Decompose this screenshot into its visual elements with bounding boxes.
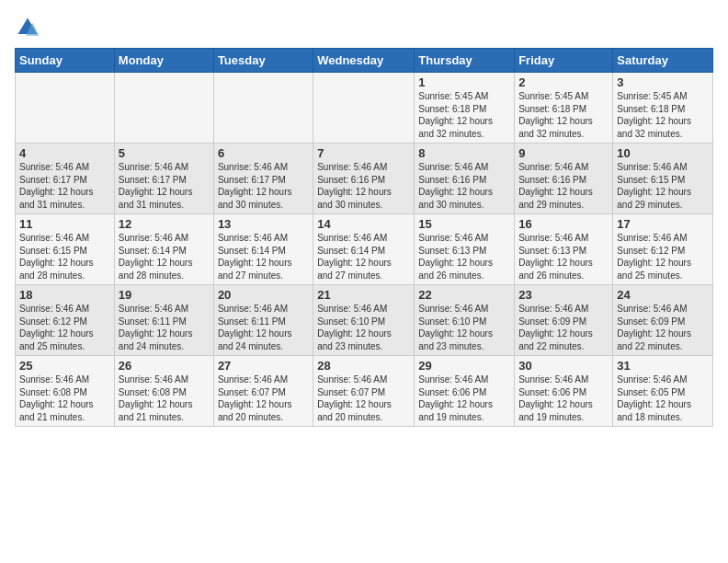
header (15, 15, 713, 40)
calendar-cell: 14Sunrise: 5:46 AM Sunset: 6:14 PM Dayli… (313, 214, 415, 285)
calendar-cell: 10Sunrise: 5:46 AM Sunset: 6:15 PM Dayli… (613, 144, 713, 214)
day-header-saturday: Saturday (613, 49, 713, 73)
day-info: Sunrise: 5:45 AM Sunset: 6:18 PM Dayligh… (518, 90, 609, 140)
calendar-cell: 17Sunrise: 5:46 AM Sunset: 6:12 PM Dayli… (613, 214, 713, 285)
day-info: Sunrise: 5:46 AM Sunset: 6:16 PM Dayligh… (518, 161, 609, 211)
calendar-cell: 16Sunrise: 5:46 AM Sunset: 6:13 PM Dayli… (515, 214, 613, 285)
day-header-wednesday: Wednesday (313, 49, 415, 73)
calendar-cell (213, 73, 313, 144)
calendar-cell: 26Sunrise: 5:46 AM Sunset: 6:08 PM Dayli… (114, 356, 213, 427)
day-info: Sunrise: 5:46 AM Sunset: 6:16 PM Dayligh… (418, 161, 510, 211)
day-header-sunday: Sunday (16, 49, 115, 73)
day-info: Sunrise: 5:46 AM Sunset: 6:09 PM Dayligh… (518, 303, 609, 352)
day-number: 28 (317, 359, 410, 373)
day-info: Sunrise: 5:46 AM Sunset: 6:13 PM Dayligh… (518, 232, 609, 282)
calendar-cell: 21Sunrise: 5:46 AM Sunset: 6:10 PM Dayli… (313, 285, 415, 356)
day-number: 16 (518, 217, 609, 231)
calendar-cell: 12Sunrise: 5:46 AM Sunset: 6:14 PM Dayli… (114, 214, 213, 285)
page: SundayMondayTuesdayWednesdayThursdayFrid… (0, 0, 728, 563)
day-number: 22 (418, 288, 510, 302)
calendar-cell: 11Sunrise: 5:46 AM Sunset: 6:15 PM Dayli… (16, 214, 115, 285)
day-number: 9 (518, 146, 609, 160)
day-info: Sunrise: 5:46 AM Sunset: 6:14 PM Dayligh… (119, 232, 210, 282)
day-number: 6 (218, 146, 309, 160)
day-info: Sunrise: 5:46 AM Sunset: 6:06 PM Dayligh… (518, 373, 609, 423)
calendar-cell: 23Sunrise: 5:46 AM Sunset: 6:09 PM Dayli… (515, 285, 613, 356)
day-number: 1 (418, 75, 510, 89)
day-info: Sunrise: 5:46 AM Sunset: 6:11 PM Dayligh… (218, 303, 309, 352)
calendar-cell: 22Sunrise: 5:46 AM Sunset: 6:10 PM Dayli… (415, 285, 515, 356)
calendar-cell: 19Sunrise: 5:46 AM Sunset: 6:11 PM Dayli… (114, 285, 213, 356)
day-number: 18 (19, 288, 110, 302)
day-number: 30 (518, 359, 609, 373)
day-header-tuesday: Tuesday (213, 49, 313, 73)
day-info: Sunrise: 5:46 AM Sunset: 6:14 PM Dayligh… (218, 232, 309, 282)
calendar-cell: 27Sunrise: 5:46 AM Sunset: 6:07 PM Dayli… (213, 356, 313, 427)
day-info: Sunrise: 5:46 AM Sunset: 6:17 PM Dayligh… (119, 161, 210, 211)
calendar-week-row: 4Sunrise: 5:46 AM Sunset: 6:17 PM Daylig… (16, 144, 713, 214)
calendar-cell: 13Sunrise: 5:46 AM Sunset: 6:14 PM Dayli… (213, 214, 313, 285)
calendar-cell: 6Sunrise: 5:46 AM Sunset: 6:17 PM Daylig… (213, 144, 313, 214)
calendar-cell: 1Sunrise: 5:45 AM Sunset: 6:18 PM Daylig… (415, 73, 515, 144)
calendar-header-row: SundayMondayTuesdayWednesdayThursdayFrid… (16, 49, 713, 73)
day-info: Sunrise: 5:46 AM Sunset: 6:12 PM Dayligh… (19, 303, 110, 352)
logo (15, 15, 44, 40)
calendar-cell (16, 73, 115, 144)
day-info: Sunrise: 5:46 AM Sunset: 6:15 PM Dayligh… (617, 161, 709, 211)
day-info: Sunrise: 5:46 AM Sunset: 6:11 PM Dayligh… (119, 303, 210, 352)
day-info: Sunrise: 5:46 AM Sunset: 6:10 PM Dayligh… (418, 303, 510, 352)
calendar-cell (313, 73, 415, 144)
day-number: 14 (317, 217, 410, 231)
day-number: 11 (19, 217, 110, 231)
day-header-monday: Monday (114, 49, 213, 73)
calendar-cell (114, 73, 213, 144)
day-number: 3 (617, 75, 709, 89)
calendar-cell: 25Sunrise: 5:46 AM Sunset: 6:08 PM Dayli… (16, 356, 115, 427)
day-number: 24 (617, 288, 709, 302)
calendar-cell: 9Sunrise: 5:46 AM Sunset: 6:16 PM Daylig… (515, 144, 613, 214)
calendar-cell: 3Sunrise: 5:45 AM Sunset: 6:18 PM Daylig… (613, 73, 713, 144)
day-number: 2 (518, 75, 609, 89)
day-info: Sunrise: 5:46 AM Sunset: 6:14 PM Dayligh… (317, 232, 410, 282)
calendar-cell: 18Sunrise: 5:46 AM Sunset: 6:12 PM Dayli… (16, 285, 115, 356)
day-info: Sunrise: 5:46 AM Sunset: 6:13 PM Dayligh… (418, 232, 510, 282)
day-number: 26 (119, 359, 210, 373)
day-number: 10 (617, 146, 709, 160)
day-number: 25 (19, 359, 110, 373)
day-number: 31 (617, 359, 709, 373)
calendar-cell: 7Sunrise: 5:46 AM Sunset: 6:16 PM Daylig… (313, 144, 415, 214)
day-number: 23 (518, 288, 609, 302)
day-info: Sunrise: 5:46 AM Sunset: 6:05 PM Dayligh… (617, 373, 709, 423)
calendar-week-row: 18Sunrise: 5:46 AM Sunset: 6:12 PM Dayli… (16, 285, 713, 356)
day-info: Sunrise: 5:46 AM Sunset: 6:09 PM Dayligh… (617, 303, 709, 352)
day-info: Sunrise: 5:46 AM Sunset: 6:08 PM Dayligh… (19, 373, 110, 423)
day-info: Sunrise: 5:45 AM Sunset: 6:18 PM Dayligh… (418, 90, 510, 140)
day-number: 17 (617, 217, 709, 231)
day-info: Sunrise: 5:46 AM Sunset: 6:16 PM Dayligh… (317, 161, 410, 211)
day-info: Sunrise: 5:46 AM Sunset: 6:17 PM Dayligh… (218, 161, 309, 211)
day-number: 13 (218, 217, 309, 231)
day-info: Sunrise: 5:46 AM Sunset: 6:12 PM Dayligh… (617, 232, 709, 282)
day-number: 7 (317, 146, 410, 160)
day-number: 29 (418, 359, 510, 373)
day-number: 21 (317, 288, 410, 302)
calendar-cell: 28Sunrise: 5:46 AM Sunset: 6:07 PM Dayli… (313, 356, 415, 427)
day-info: Sunrise: 5:46 AM Sunset: 6:07 PM Dayligh… (317, 373, 410, 423)
day-header-friday: Friday (515, 49, 613, 73)
calendar-cell: 8Sunrise: 5:46 AM Sunset: 6:16 PM Daylig… (415, 144, 515, 214)
day-info: Sunrise: 5:46 AM Sunset: 6:08 PM Dayligh… (119, 373, 210, 423)
calendar-week-row: 1Sunrise: 5:45 AM Sunset: 6:18 PM Daylig… (16, 73, 713, 144)
day-info: Sunrise: 5:46 AM Sunset: 6:15 PM Dayligh… (19, 232, 110, 282)
calendar-week-row: 11Sunrise: 5:46 AM Sunset: 6:15 PM Dayli… (16, 214, 713, 285)
day-info: Sunrise: 5:46 AM Sunset: 6:06 PM Dayligh… (418, 373, 510, 423)
calendar: SundayMondayTuesdayWednesdayThursdayFrid… (15, 48, 713, 427)
day-number: 27 (218, 359, 309, 373)
calendar-cell: 29Sunrise: 5:46 AM Sunset: 6:06 PM Dayli… (415, 356, 515, 427)
day-number: 4 (19, 146, 110, 160)
day-info: Sunrise: 5:46 AM Sunset: 6:10 PM Dayligh… (317, 303, 410, 352)
calendar-cell: 20Sunrise: 5:46 AM Sunset: 6:11 PM Dayli… (213, 285, 313, 356)
day-number: 12 (119, 217, 210, 231)
day-info: Sunrise: 5:46 AM Sunset: 6:17 PM Dayligh… (19, 161, 110, 211)
calendar-cell: 30Sunrise: 5:46 AM Sunset: 6:06 PM Dayli… (515, 356, 613, 427)
calendar-cell: 24Sunrise: 5:46 AM Sunset: 6:09 PM Dayli… (613, 285, 713, 356)
